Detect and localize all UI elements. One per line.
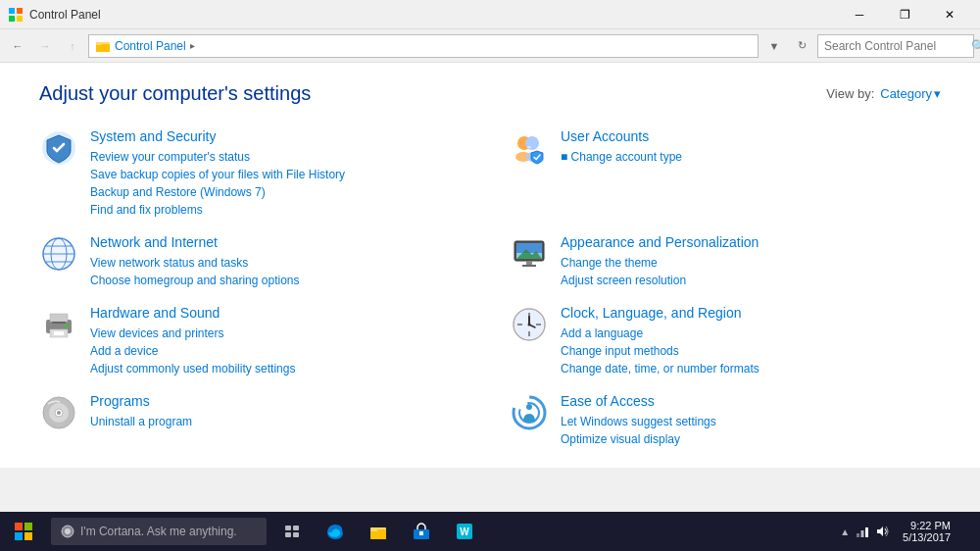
svg-rect-58 — [370, 527, 377, 531]
app4-button[interactable]: W — [443, 512, 486, 551]
cortana-icon — [61, 525, 74, 538]
appearance-link-2[interactable]: Adjust screen resolution — [561, 272, 941, 289]
system-security-link-4[interactable]: Find and fix problems — [90, 201, 470, 219]
hardware-sound-link-1[interactable]: View devices and printers — [90, 325, 470, 342]
svg-rect-65 — [865, 527, 868, 537]
category-clock-language: Clock, Language, and Region Add a langua… — [510, 305, 941, 377]
svg-rect-23 — [522, 265, 536, 267]
folder-icon — [95, 38, 111, 54]
svg-point-51 — [65, 528, 71, 534]
network-internet-link-2[interactable]: Choose homegroup and sharing options — [90, 272, 470, 289]
search-input[interactable] — [824, 39, 971, 53]
ease-access-title[interactable]: Ease of Access — [561, 393, 941, 409]
svg-rect-54 — [285, 532, 291, 537]
edge-icon — [325, 522, 345, 541]
search-button[interactable]: 🔍 — [971, 39, 980, 53]
svg-marker-66 — [877, 526, 883, 536]
taskbar-apps: W — [314, 512, 486, 551]
windows-logo-icon — [15, 523, 32, 540]
programs-title[interactable]: Programs — [90, 393, 470, 409]
taskbar: I'm Cortana. Ask me anything. — [0, 512, 980, 551]
programs-link-1[interactable]: Uninstall a program — [90, 413, 470, 430]
user-accounts-icon — [510, 128, 549, 168]
task-view-button[interactable] — [270, 512, 314, 551]
svg-rect-27 — [54, 331, 64, 335]
network-internet-title[interactable]: Network and Internet — [90, 234, 470, 250]
breadcrumb-bar: Control Panel ▸ — [88, 34, 759, 58]
appearance-title[interactable]: Appearance and Personalization — [561, 234, 941, 250]
store-button[interactable] — [400, 512, 443, 551]
clock-language-link-3[interactable]: Change date, time, or number formats — [561, 360, 941, 377]
ease-access-link-1[interactable]: Let Windows suggest settings — [561, 413, 941, 430]
svg-rect-64 — [861, 530, 864, 537]
system-security-title[interactable]: System and Security — [90, 128, 470, 144]
up-button[interactable]: ↑ — [61, 34, 84, 58]
hardware-sound-title[interactable]: Hardware and Sound — [90, 305, 470, 321]
show-hidden-icons-button[interactable]: ▲ — [840, 526, 850, 537]
edge-button[interactable] — [314, 512, 357, 551]
hardware-sound-link-3[interactable]: Adjust commonly used mobility settings — [90, 360, 470, 377]
category-dropdown-button[interactable]: Category ▾ — [880, 86, 941, 101]
category-ease-access: Ease of Access Let Windows suggest setti… — [510, 393, 941, 448]
svg-rect-49 — [24, 532, 32, 540]
svg-rect-25 — [50, 314, 68, 322]
refresh-button[interactable]: ↻ — [790, 34, 813, 58]
clock-date: 5/13/2017 — [903, 531, 951, 543]
system-security-link-1[interactable]: Review your computer's status — [90, 148, 470, 166]
svg-rect-60 — [419, 531, 423, 535]
svg-point-17 — [43, 238, 74, 270]
svg-rect-48 — [15, 532, 23, 540]
store-icon — [412, 522, 431, 541]
svg-point-9 — [525, 136, 539, 150]
ease-access-link-2[interactable]: Optimize visual display — [561, 430, 941, 448]
system-clock[interactable]: 9:22 PM 5/13/2017 — [899, 520, 955, 543]
svg-point-28 — [65, 325, 69, 328]
clock-language-link-1[interactable]: Add a language — [561, 325, 941, 342]
category-hardware-sound: Hardware and Sound View devices and prin… — [39, 305, 470, 377]
system-tray-icons: ▲ — [840, 525, 889, 538]
hardware-sound-link-2[interactable]: Add a device — [90, 342, 470, 360]
close-button[interactable]: ✕ — [927, 0, 972, 29]
system-security-link-3[interactable]: Backup and Restore (Windows 7) — [90, 183, 470, 201]
clock-language-link-2[interactable]: Change input methods — [561, 342, 941, 360]
svg-text:W: W — [460, 526, 469, 537]
dropdown-arrow-icon: ▾ — [934, 86, 941, 101]
forward-button[interactable]: → — [33, 34, 57, 58]
search-box: 🔍 — [817, 34, 974, 58]
system-security-link-2[interactable]: Save backup copies of your files with Fi… — [90, 166, 470, 183]
minimize-button[interactable]: ─ — [837, 0, 882, 29]
appearance-link-1[interactable]: Change the theme — [561, 254, 941, 272]
svg-rect-6 — [96, 42, 102, 45]
user-accounts-link-1[interactable]: ■ Change account type — [561, 148, 941, 166]
svg-rect-29 — [52, 322, 66, 324]
start-button[interactable] — [0, 512, 47, 551]
system-security-content: System and Security Review your computer… — [90, 128, 470, 219]
address-dropdown-button[interactable]: ▼ — [762, 34, 786, 58]
svg-rect-2 — [9, 16, 15, 22]
breadcrumb-separator: ▸ — [190, 40, 195, 51]
clock-time: 9:22 PM — [903, 520, 951, 531]
appearance-content: Appearance and Personalization Change th… — [561, 234, 941, 289]
network-internet-icon — [39, 234, 78, 274]
clock-language-title[interactable]: Clock, Language, and Region — [561, 305, 941, 321]
svg-rect-46 — [15, 523, 23, 530]
cortana-search-box[interactable]: I'm Cortana. Ask me anything. — [51, 518, 267, 545]
programs-icon — [39, 393, 78, 432]
task-view-icon — [284, 524, 300, 539]
breadcrumb-link[interactable]: Control Panel — [115, 39, 186, 53]
svg-rect-55 — [293, 532, 299, 537]
user-accounts-content: User Accounts ■ Change account type — [561, 128, 941, 166]
user-accounts-title[interactable]: User Accounts — [561, 128, 941, 144]
window-title: Control Panel — [29, 8, 837, 22]
content-area: Adjust your computer's settings View by:… — [0, 63, 980, 512]
file-explorer-icon — [368, 522, 388, 541]
restore-button[interactable]: ❐ — [882, 0, 927, 29]
svg-rect-63 — [857, 533, 859, 537]
system-security-icon — [39, 128, 78, 168]
category-network-internet: Network and Internet View network status… — [39, 234, 470, 289]
file-explorer-button[interactable] — [357, 512, 400, 551]
network-internet-link-1[interactable]: View network status and tasks — [90, 254, 470, 272]
svg-rect-5 — [96, 44, 110, 52]
clock-language-icon — [510, 305, 549, 344]
back-button[interactable]: ← — [6, 34, 29, 58]
